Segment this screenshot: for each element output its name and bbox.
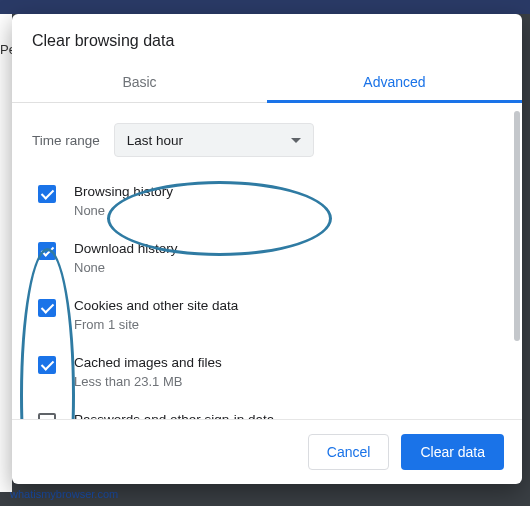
- list-item-text: Browsing historyNone: [74, 183, 173, 220]
- time-range-select[interactable]: Last hour: [114, 123, 314, 157]
- list-item-label: Passwords and other sign-in data: [74, 411, 274, 419]
- dialog-footer: Cancel Clear data: [12, 419, 522, 484]
- tab-bar: Basic Advanced: [12, 64, 522, 103]
- clear-data-button[interactable]: Clear data: [401, 434, 504, 470]
- page-left-edge: Pe: [0, 14, 12, 492]
- checkbox[interactable]: [38, 185, 56, 203]
- tab-basic[interactable]: Basic: [12, 64, 267, 102]
- list-item-text: Passwords and other sign-in dataNone: [74, 411, 274, 419]
- dialog-body: Time range Last hour Browsing historyNon…: [12, 103, 522, 419]
- cancel-button[interactable]: Cancel: [308, 434, 390, 470]
- scrollbar[interactable]: [514, 111, 520, 341]
- list-item-label: Browsing history: [74, 183, 173, 202]
- dialog-title: Clear browsing data: [12, 14, 522, 64]
- list-item: Download historyNone: [34, 230, 502, 287]
- list-item-label: Download history: [74, 240, 178, 259]
- data-type-list: Browsing historyNoneDownload historyNone…: [12, 167, 512, 419]
- list-item-subtext: From 1 site: [74, 316, 238, 334]
- tab-advanced[interactable]: Advanced: [267, 64, 522, 102]
- list-item-text: Cached images and filesLess than 23.1 MB: [74, 354, 222, 391]
- list-item: Browsing historyNone: [34, 173, 502, 230]
- list-item: Cached images and filesLess than 23.1 MB: [34, 344, 502, 401]
- list-item: Passwords and other sign-in dataNone: [34, 401, 502, 419]
- chevron-down-icon: [291, 138, 301, 143]
- list-item: Cookies and other site dataFrom 1 site: [34, 287, 502, 344]
- time-range-label: Time range: [32, 133, 100, 148]
- list-item-subtext: None: [74, 259, 178, 277]
- dialog-scroll: Time range Last hour Browsing historyNon…: [12, 103, 512, 419]
- list-item-label: Cookies and other site data: [74, 297, 238, 316]
- list-item-text: Download historyNone: [74, 240, 178, 277]
- time-range-value: Last hour: [127, 133, 183, 148]
- time-range-row: Time range Last hour: [12, 103, 512, 167]
- list-item-subtext: None: [74, 202, 173, 220]
- checkbox[interactable]: [38, 242, 56, 260]
- list-item-label: Cached images and files: [74, 354, 222, 373]
- page-top-stripe: [0, 0, 530, 14]
- watermark: whatismybrowser.com: [10, 488, 118, 500]
- list-item-text: Cookies and other site dataFrom 1 site: [74, 297, 238, 334]
- list-item-subtext: Less than 23.1 MB: [74, 373, 222, 391]
- clear-browsing-data-dialog: Clear browsing data Basic Advanced Time …: [12, 14, 522, 484]
- checkbox[interactable]: [38, 413, 56, 419]
- checkbox[interactable]: [38, 356, 56, 374]
- checkbox[interactable]: [38, 299, 56, 317]
